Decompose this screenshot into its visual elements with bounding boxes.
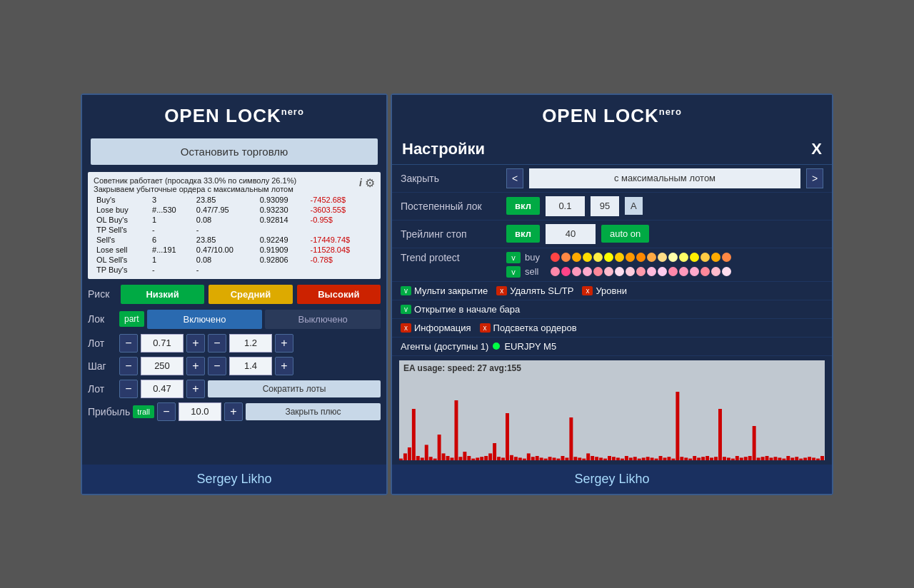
trend-sell-chk[interactable]: v [506, 266, 521, 278]
svg-rect-71 [701, 457, 705, 460]
svg-rect-67 [684, 457, 688, 460]
svg-rect-33 [540, 457, 543, 460]
chk-levels-badge[interactable]: x [582, 286, 593, 295]
postep-vkl-button[interactable]: вкл [506, 197, 540, 215]
agents-row: Агенты (доступны 1) EURJPY M5 [392, 338, 832, 356]
svg-rect-76 [723, 457, 726, 460]
lok-on-button[interactable]: Включено [147, 310, 263, 329]
zakryt-right-nav[interactable]: > [806, 168, 823, 188]
postep-a-button[interactable]: А [625, 197, 643, 215]
svg-rect-99 [820, 456, 824, 460]
shag2-minus[interactable]: − [208, 357, 226, 375]
chart-area: EA usage: speed: 27 avg:155 [399, 360, 825, 460]
zakryt-input[interactable] [529, 168, 800, 188]
trend-sell-dots [551, 267, 731, 276]
risk-low-button[interactable]: Низкий [121, 285, 204, 304]
lot-row-1: Лот − + − + [88, 334, 381, 353]
shag2-input[interactable] [229, 357, 272, 375]
chk-sltp-badge[interactable]: x [496, 286, 507, 295]
pribyl-input[interactable] [179, 402, 221, 421]
svg-rect-78 [731, 458, 735, 460]
left-title: OPEN LOCKnero [82, 95, 386, 134]
svg-rect-8 [433, 458, 437, 460]
treyl-vkl-button[interactable]: вкл [506, 225, 540, 243]
svg-rect-23 [497, 457, 501, 460]
svg-rect-79 [735, 456, 739, 460]
svg-rect-30 [527, 453, 531, 460]
close-button[interactable]: X [811, 140, 822, 158]
lot3-plus[interactable]: + [186, 380, 205, 398]
svg-rect-11 [446, 456, 450, 460]
checkbox-row-1: v Мульти закрытие x Удалять SL/TP x Уров… [392, 282, 832, 300]
trend-buy-chk[interactable]: v [506, 252, 521, 263]
svg-rect-72 [705, 456, 709, 460]
lot2-input[interactable] [229, 334, 272, 353]
postep-num1[interactable] [546, 196, 585, 216]
lot1-input[interactable] [141, 334, 184, 353]
trend-sell-label: sell [525, 266, 546, 277]
risk-high-button[interactable]: Высокий [297, 285, 381, 304]
svg-rect-58 [646, 457, 650, 460]
lot3-minus[interactable]: − [119, 380, 138, 398]
svg-rect-88 [773, 457, 777, 460]
svg-rect-87 [770, 457, 773, 460]
svg-rect-64 [671, 458, 675, 460]
pribyl-plus[interactable]: + [224, 402, 243, 421]
shag1-plus[interactable]: + [186, 357, 205, 375]
svg-rect-48 [603, 458, 607, 460]
svg-rect-34 [544, 458, 548, 460]
info-icon[interactable]: i [359, 177, 362, 188]
zakryt-left-nav[interactable]: < [506, 168, 523, 188]
chk-open-badge[interactable]: v [401, 305, 411, 314]
svg-rect-14 [458, 457, 462, 460]
gear-icon[interactable]: ⚙ [365, 176, 375, 190]
trade-table: Buy's323.850.93099-7452.68$Lose buy#...5… [94, 195, 375, 275]
svg-rect-22 [493, 443, 496, 460]
chk-highlight-badge[interactable]: x [480, 323, 491, 333]
risk-mid-button[interactable]: Средний [209, 285, 292, 304]
treyl-auto-button[interactable]: auto on [601, 225, 649, 243]
svg-rect-43 [582, 458, 586, 460]
lot1-minus[interactable]: − [119, 334, 138, 353]
chk-multi-badge[interactable]: v [401, 286, 411, 295]
svg-rect-21 [488, 453, 492, 460]
svg-rect-95 [803, 457, 807, 460]
svg-rect-54 [629, 457, 633, 460]
treyl-num[interactable] [546, 224, 596, 244]
lot2-plus[interactable]: + [275, 334, 293, 353]
lok-row: Лок part Включено Выключено [88, 310, 381, 329]
lot-row-2: Лот − + Сократить лоты [88, 380, 381, 398]
svg-rect-55 [633, 457, 637, 460]
svg-rect-56 [638, 458, 641, 460]
svg-rect-91 [786, 456, 790, 460]
chk-multi: v Мульти закрытие [401, 285, 488, 296]
lok-off-button[interactable]: Выключено [265, 310, 381, 329]
shag1-minus[interactable]: − [119, 357, 138, 375]
lot2-minus[interactable]: − [208, 334, 226, 353]
sokrat-button[interactable]: Сократить лоты [208, 380, 381, 397]
stop-trading-button[interactable]: Остановить торговлю [91, 138, 378, 165]
svg-rect-66 [680, 457, 683, 460]
svg-rect-39 [565, 457, 568, 460]
zakryt-plus-button[interactable]: Закрыть плюс [246, 403, 381, 420]
chk-info-badge[interactable]: x [401, 323, 411, 333]
svg-rect-6 [425, 445, 428, 460]
svg-rect-3 [412, 409, 416, 460]
shag1-input[interactable] [141, 357, 184, 375]
svg-rect-37 [557, 458, 561, 460]
lot3-input[interactable] [141, 380, 184, 398]
svg-rect-25 [506, 413, 509, 460]
svg-rect-42 [578, 457, 581, 460]
postep-num2[interactable] [591, 196, 619, 216]
svg-rect-84 [757, 457, 760, 460]
lot1-plus[interactable]: + [186, 334, 205, 353]
shag2-plus[interactable]: + [275, 357, 293, 375]
left-panel: OPEN LOCKnero Остановить торговлю Советн… [81, 93, 388, 495]
svg-rect-80 [740, 457, 743, 460]
pribyl-minus[interactable]: − [157, 402, 176, 421]
lok-label: Лок [88, 313, 116, 325]
svg-rect-1 [403, 453, 407, 460]
svg-rect-50 [612, 457, 616, 460]
svg-rect-12 [451, 457, 454, 460]
postep-label: Постепенный лок [401, 201, 501, 212]
